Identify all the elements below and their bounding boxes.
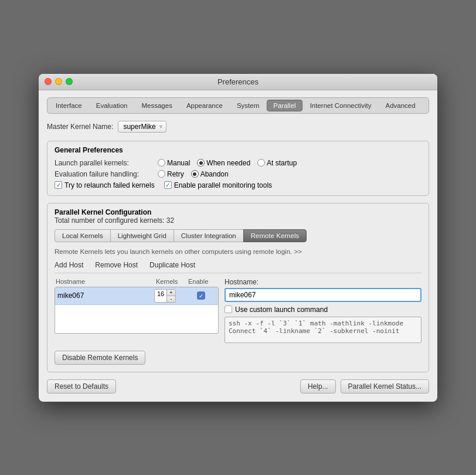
disable-remote-button[interactable]: Disable Remote Kernels [55, 351, 145, 365]
kernels-stepper[interactable]: 16 + - [154, 289, 176, 303]
monitoring-label: Enable parallel monitoring tools [174, 181, 272, 189]
table-row[interactable]: mike067 16 + - [55, 287, 218, 305]
custom-cmd-row: Use custom launch command [225, 306, 421, 314]
config-subtitle: Total number of configured kernels: 32 [55, 216, 421, 225]
titlebar: Preferences [39, 74, 437, 90]
radio-retry-circle [158, 170, 165, 178]
cmd-textarea[interactable]: ssh -x -f -l `3` `1` math -mathlink -lin… [225, 317, 421, 343]
radio-abandon-label: Abandon [200, 170, 229, 178]
hostname-detail-label: Hostname: [225, 278, 421, 286]
remote-actions: Add Host Remove Host Duplicate Host [55, 261, 421, 273]
remote-desc: Remote Kernels lets you launch kernels o… [55, 248, 421, 255]
preferences-window: Preferences Interface Evaluation Message… [39, 74, 437, 402]
master-kernel-label: Master Kernel Name: [47, 123, 113, 131]
tab-internet[interactable]: Internet Connectivity [304, 100, 378, 111]
host-name-cell: mike067 [57, 291, 154, 300]
radio-manual-circle [158, 159, 165, 167]
failure-handling-row: Evaluation failure handling: Retry Aband… [55, 170, 421, 178]
stepper-down-button[interactable]: - [167, 296, 175, 302]
config-title: Parallel Kernel Configuration [55, 208, 421, 216]
radio-when-needed-circle [197, 159, 205, 167]
general-prefs-section: General Preferences Launch parallel kern… [47, 141, 429, 196]
radio-when-needed-label: When needed [206, 159, 250, 167]
inner-tab-local[interactable]: Local Kernels [55, 229, 111, 242]
close-button[interactable] [45, 78, 52, 85]
radio-at-startup[interactable]: At startup [257, 159, 297, 167]
master-kernel-row: Master Kernel Name: superMike ▿ [47, 121, 429, 133]
tab-interface[interactable]: Interface [49, 100, 89, 111]
dropdown-arrow-icon: ▿ [159, 123, 162, 130]
add-host-button[interactable]: Add Host [55, 261, 83, 269]
col-hostname: Hostname [56, 278, 156, 285]
stepper-buttons: + - [167, 290, 175, 302]
failure-label: Evaluation failure handling: [55, 170, 154, 178]
tab-system[interactable]: System [230, 100, 266, 111]
radio-manual-label: Manual [167, 159, 190, 167]
launch-radio-group: Manual When needed At startup [158, 159, 297, 167]
titlebar-buttons [45, 78, 73, 85]
host-list-panel: Hostname Kernels Enable mike067 16 + [55, 278, 219, 345]
tab-appearance[interactable]: Appearance [180, 100, 229, 111]
hostname-detail-input[interactable] [225, 288, 421, 302]
inner-tab-cluster[interactable]: Cluster Integration [174, 229, 244, 242]
custom-cmd-checkbox[interactable] [225, 306, 232, 313]
parallel-kernel-status-button[interactable]: Parallel Kernel Status... [341, 379, 429, 393]
minimize-button[interactable] [55, 78, 62, 85]
window-content: Interface Evaluation Messages Appearance… [39, 90, 437, 402]
launch-label: Launch parallel kernels: [55, 159, 154, 167]
relaunch-checkbox[interactable]: ✓ Try to relaunch failed kernels [55, 181, 155, 189]
radio-retry[interactable]: Retry [158, 170, 184, 178]
radio-when-needed[interactable]: When needed [197, 159, 250, 167]
checkbox-row: ✓ Try to relaunch failed kernels ✓ Enabl… [55, 181, 421, 189]
bottom-right-buttons: Help... Parallel Kernel Status... [300, 379, 429, 393]
stepper-value: 16 [155, 290, 167, 302]
tab-messages[interactable]: Messages [135, 100, 178, 111]
help-button[interactable]: Help... [300, 379, 336, 393]
relaunch-checkbox-box: ✓ [55, 181, 62, 189]
host-list-headers: Hostname Kernels Enable [55, 278, 219, 285]
tab-parallel[interactable]: Parallel [267, 100, 302, 111]
disable-btn-area: Disable Remote Kernels [55, 351, 421, 365]
radio-abandon[interactable]: Abandon [191, 170, 229, 178]
enable-cell: ✓ [186, 291, 216, 300]
kernel-name-value: superMike [123, 123, 155, 131]
window-title: Preferences [217, 77, 259, 86]
relaunch-label: Try to relaunch failed kernels [64, 181, 155, 189]
host-list-box: mike067 16 + - [55, 287, 219, 334]
tabs-bar: Interface Evaluation Messages Appearance… [47, 97, 429, 114]
host-area: Hostname Kernels Enable mike067 16 + [55, 278, 421, 345]
inner-tab-remote[interactable]: Remote Kernels [243, 229, 307, 242]
monitoring-checkbox[interactable]: ✓ Enable parallel monitoring tools [164, 181, 272, 189]
stepper-up-button[interactable]: + [167, 290, 175, 296]
tab-evaluation[interactable]: Evaluation [90, 100, 134, 111]
general-prefs-title: General Preferences [55, 146, 421, 154]
parallel-kernel-config-section: Parallel Kernel Configuration Total numb… [47, 203, 429, 372]
launch-kernels-row: Launch parallel kernels: Manual When nee… [55, 159, 421, 167]
col-enable: Enable [188, 278, 217, 285]
custom-cmd-label: Use custom launch command [235, 306, 328, 314]
inner-tabs-bar: Local Kernels Lightweight Grid Cluster I… [55, 229, 421, 242]
reset-defaults-button[interactable]: Reset to Defaults [47, 379, 116, 393]
radio-retry-label: Retry [167, 170, 184, 178]
radio-manual[interactable]: Manual [158, 159, 190, 167]
radio-abandon-circle [191, 170, 199, 178]
radio-at-startup-circle [257, 159, 265, 167]
bottom-bar: Reset to Defaults Help... Parallel Kerne… [47, 379, 429, 393]
tab-advanced[interactable]: Advanced [379, 100, 421, 111]
enable-checkbox[interactable]: ✓ [197, 291, 205, 300]
radio-at-startup-label: At startup [267, 159, 297, 167]
monitoring-checkbox-box: ✓ [164, 181, 172, 189]
remove-host-button[interactable]: Remove Host [95, 261, 138, 269]
failure-radio-group: Retry Abandon [158, 170, 229, 178]
host-detail-panel: Hostname: Use custom launch command ssh … [225, 278, 421, 345]
col-kernels: Kernels [156, 278, 188, 285]
inner-tab-lightweight[interactable]: Lightweight Grid [110, 229, 174, 242]
maximize-button[interactable] [66, 78, 73, 85]
kernel-name-dropdown[interactable]: superMike ▿ [118, 121, 166, 133]
duplicate-host-button[interactable]: Duplicate Host [149, 261, 195, 269]
kernels-cell: 16 + - [154, 289, 186, 303]
